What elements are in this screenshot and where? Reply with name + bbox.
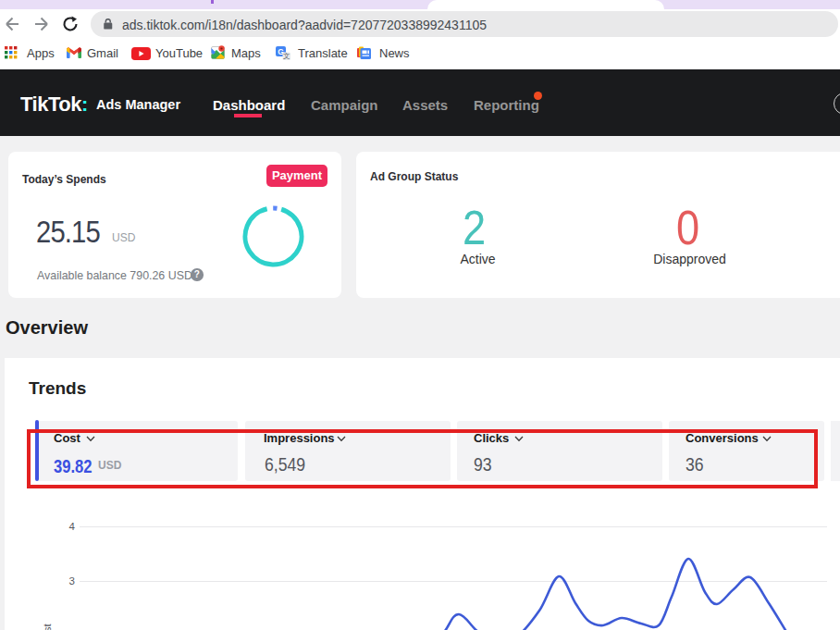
svg-text:文: 文: [283, 52, 290, 60]
